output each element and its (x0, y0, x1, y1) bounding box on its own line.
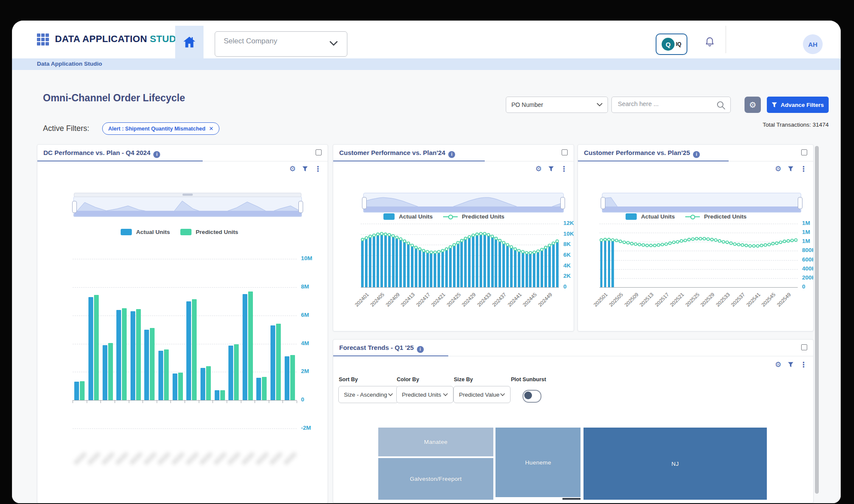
bar-predicted[interactable] (136, 309, 141, 400)
close-icon[interactable]: ✕ (209, 125, 213, 132)
kebab-menu-icon[interactable]: ⋮ (800, 164, 807, 173)
bar-predicted[interactable] (206, 366, 211, 400)
legend-swatch-actual[interactable] (121, 229, 132, 235)
settings-gear-button[interactable]: ⚙ (745, 97, 761, 113)
c2-brush[interactable] (363, 193, 564, 213)
gear-icon[interactable]: ⚙ (775, 360, 781, 369)
bar-predicted[interactable] (248, 291, 253, 401)
bar-actual[interactable] (270, 325, 275, 401)
bar-predicted[interactable] (122, 308, 127, 400)
maximize-icon[interactable] (562, 149, 568, 155)
bar-predicted[interactable] (178, 373, 183, 400)
bar-actual[interactable] (131, 311, 135, 400)
bar-predicted[interactable] (220, 390, 225, 401)
size-by-select[interactable]: Predicted Value (453, 386, 511, 403)
funnel-icon[interactable] (548, 166, 554, 172)
bar-actual[interactable] (201, 368, 205, 401)
bar-actual[interactable] (173, 373, 177, 401)
treemap-cell-small[interactable] (562, 498, 580, 500)
brush-handle-right[interactable] (298, 201, 303, 213)
bar-actual[interactable] (228, 346, 233, 400)
kebab-menu-icon[interactable]: ⋮ (800, 360, 807, 369)
legend-line-predicted[interactable] (685, 213, 700, 220)
bar-actual[interactable] (158, 351, 163, 400)
po-number-select[interactable]: PO Number (506, 97, 608, 113)
funnel-icon[interactable] (302, 166, 308, 172)
info-icon[interactable]: i (448, 151, 455, 158)
color-by-select[interactable]: Predicted Units (396, 386, 453, 403)
legend-swatch-predicted[interactable] (180, 229, 191, 235)
funnel-icon[interactable] (788, 166, 793, 172)
bar-actual[interactable] (186, 301, 191, 400)
bar-predicted[interactable] (262, 377, 267, 400)
gear-icon[interactable]: ⚙ (289, 164, 296, 173)
gridline (73, 428, 297, 429)
sort-by-select[interactable]: Size - Ascending (338, 386, 398, 403)
select-company-dropdown[interactable]: Select Company (215, 31, 347, 57)
maximize-icon[interactable] (316, 149, 322, 155)
bar-actual[interactable] (74, 382, 79, 400)
treemap-cell-galveston-freeport[interactable]: Galveston/Freeport (378, 458, 493, 500)
gear-icon[interactable]: ⚙ (775, 164, 781, 173)
bar-predicted[interactable] (108, 343, 113, 400)
bar-actual[interactable] (243, 294, 247, 400)
y-tick-label: 0 (802, 283, 805, 290)
treemap-cell-hueneme[interactable]: Hueneme (495, 428, 580, 497)
maximize-icon[interactable] (801, 344, 807, 350)
info-icon[interactable]: i (153, 151, 160, 158)
search-icon[interactable] (717, 101, 725, 109)
vertical-scrollbar[interactable] (815, 146, 819, 494)
bar-actual[interactable] (88, 297, 93, 400)
y-tick-label: 2M (301, 368, 309, 374)
bar-actual[interactable] (144, 330, 149, 401)
advance-filters-button[interactable]: Advance Filters (767, 97, 829, 113)
brush-handle-left[interactable] (72, 201, 77, 213)
active-filter-chip[interactable]: Alert : Shipment Quantity Mismatched ✕ (102, 122, 219, 135)
bar-predicted[interactable] (192, 299, 197, 400)
bar-predicted[interactable] (94, 295, 99, 400)
bar-actual[interactable] (285, 356, 289, 400)
legend-line-predicted[interactable] (443, 213, 458, 220)
y-tick-label: 2K (563, 273, 571, 279)
breadcrumb[interactable]: Data Application Studio (37, 61, 102, 67)
treemap-cell-nj[interactable]: NJ (584, 428, 767, 500)
info-icon[interactable]: i (693, 151, 700, 158)
legend-swatch-actual[interactable] (383, 213, 395, 220)
bar-predicted[interactable] (234, 344, 239, 400)
c1-brush[interactable] (73, 196, 302, 217)
funnel-icon[interactable] (788, 362, 793, 367)
treemap-cell-manatee[interactable]: Manatee (378, 428, 493, 456)
maximize-icon[interactable] (801, 149, 807, 155)
c3-brush[interactable] (602, 193, 801, 213)
bar-predicted[interactable] (276, 324, 281, 400)
info-icon[interactable]: i (417, 346, 424, 353)
home-button[interactable] (175, 26, 204, 58)
bar-actual[interactable] (256, 378, 261, 401)
bar-actual[interactable] (103, 345, 107, 400)
plot-sunburst-toggle[interactable] (523, 390, 541, 403)
notifications-bell-icon[interactable] (705, 37, 714, 47)
brush-handle-right[interactable] (560, 197, 565, 209)
bar-predicted[interactable] (150, 328, 155, 400)
sort-by-value: Size - Ascending (344, 392, 387, 398)
iq-assistant-button[interactable]: Q IQ (656, 33, 687, 55)
legend-swatch-actual[interactable] (626, 213, 637, 220)
bar-predicted[interactable] (80, 381, 85, 400)
page-title: Omni-Channel Order Lifecycle (43, 92, 185, 104)
gear-icon[interactable]: ⚙ (535, 164, 542, 173)
bar-predicted[interactable] (290, 355, 295, 400)
kebab-menu-icon[interactable]: ⋮ (560, 164, 568, 173)
card-header: Customer Performance vs. Plan'25i (578, 145, 813, 161)
user-avatar[interactable]: AH (803, 34, 823, 54)
brush-handle-left[interactable] (362, 197, 367, 209)
search-input[interactable] (617, 100, 713, 108)
brush-handle-right[interactable] (798, 197, 802, 209)
bar-predicted[interactable] (164, 349, 169, 401)
brush-grip[interactable] (182, 194, 193, 196)
bar-actual[interactable] (215, 390, 219, 400)
axis-tick (213, 401, 213, 403)
x-tick-label-redacted: HIIIH (283, 451, 298, 466)
brush-handle-left[interactable] (601, 197, 605, 209)
kebab-menu-icon[interactable]: ⋮ (314, 164, 322, 173)
bar-actual[interactable] (116, 310, 121, 401)
